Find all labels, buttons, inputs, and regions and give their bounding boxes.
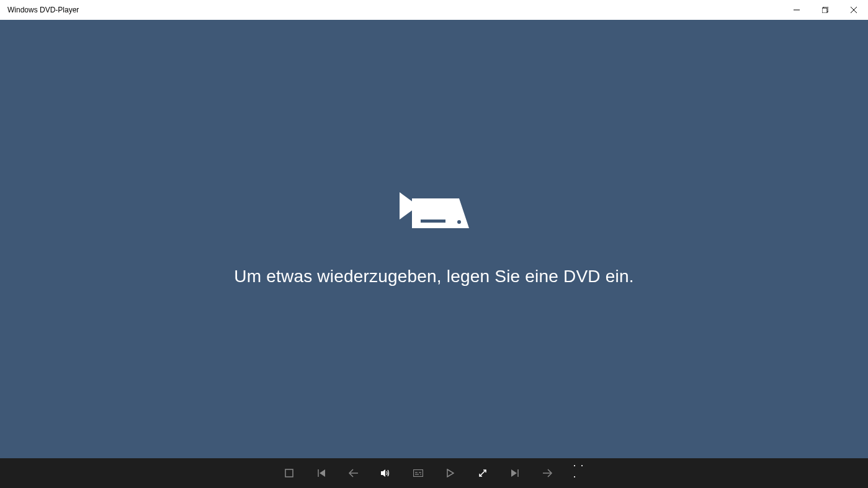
- svg-rect-1: [822, 8, 827, 13]
- back-button[interactable]: [347, 467, 360, 479]
- svg-marker-11: [381, 469, 385, 477]
- subtitles-button[interactable]: [412, 467, 424, 479]
- more-button[interactable]: · · ·: [573, 464, 586, 477]
- playback-controls: · · ·: [0, 458, 868, 488]
- subtitles-icon: [413, 469, 423, 477]
- minimize-icon: [794, 7, 800, 13]
- svg-marker-17: [447, 469, 454, 477]
- skip-previous-icon: [317, 469, 326, 477]
- next-button[interactable]: [509, 467, 521, 479]
- forward-button[interactable]: [541, 467, 553, 479]
- window-title: Windows DVD-Player: [0, 6, 79, 14]
- volume-button[interactable]: [380, 467, 392, 479]
- video-area: Um etwas wiederzugeben, legen Sie eine D…: [0, 20, 868, 458]
- svg-line-18: [480, 470, 486, 476]
- svg-point-6: [457, 220, 461, 224]
- svg-rect-12: [413, 470, 423, 477]
- window-controls: [782, 0, 868, 20]
- play-icon: [447, 469, 454, 477]
- svg-marker-9: [320, 469, 325, 477]
- insert-dvd-message: Um etwas wiederzugeben, legen Sie eine D…: [234, 267, 633, 286]
- stop-icon: [285, 469, 293, 477]
- arrow-right-icon: [542, 469, 552, 477]
- app-window: Windows DVD-Player: [0, 0, 868, 488]
- stop-button[interactable]: [283, 467, 295, 479]
- more-icon: · · ·: [573, 459, 586, 482]
- svg-rect-7: [285, 469, 293, 477]
- svg-marker-19: [511, 469, 517, 477]
- fullscreen-button[interactable]: [477, 467, 489, 479]
- fullscreen-icon: [478, 469, 487, 477]
- volume-icon: [381, 469, 391, 477]
- minimize-button[interactable]: [782, 0, 811, 20]
- arrow-left-icon: [349, 469, 359, 477]
- dvd-player-icon: [400, 192, 469, 237]
- svg-rect-5: [421, 220, 445, 223]
- maximize-icon: [822, 7, 828, 13]
- previous-button[interactable]: [315, 467, 328, 479]
- play-button[interactable]: [444, 467, 457, 479]
- maximize-button[interactable]: [811, 0, 839, 20]
- skip-next-icon: [511, 469, 519, 477]
- close-icon: [851, 7, 857, 13]
- close-button[interactable]: [839, 0, 868, 20]
- titlebar: Windows DVD-Player: [0, 0, 868, 20]
